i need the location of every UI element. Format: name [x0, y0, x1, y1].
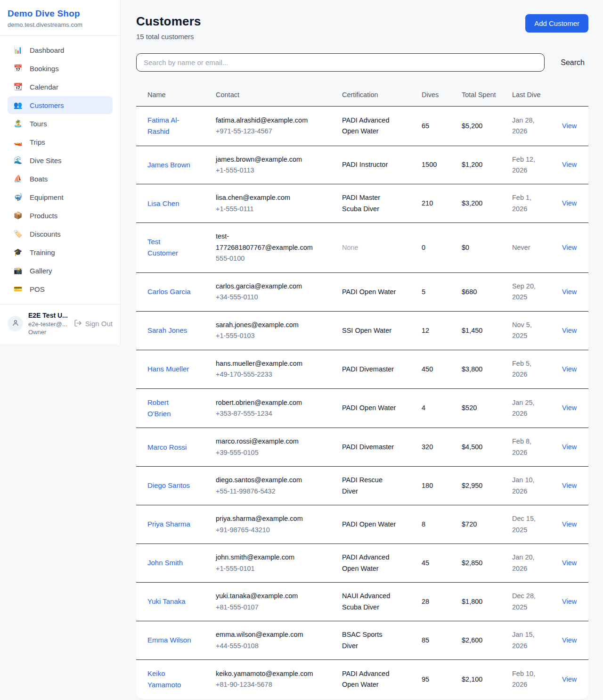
customer-total-spent: $720 — [462, 520, 477, 528]
view-link[interactable]: View — [562, 675, 577, 683]
view-link[interactable]: View — [562, 327, 577, 334]
view-link[interactable]: View — [562, 288, 577, 296]
customer-total-spent: $2,600 — [462, 636, 482, 644]
customer-phone: +49-170-555-2233 — [216, 369, 331, 380]
sidebar-item-boats[interactable]: ⛵ Boats — [8, 170, 113, 188]
customer-name-link[interactable]: Priya Sharma — [147, 519, 190, 530]
customer-email: robert.obrien@example.com — [216, 397, 318, 408]
table-row: Priya Sharma priya.sharma@example.com +9… — [136, 505, 588, 544]
view-link[interactable]: View — [562, 520, 577, 528]
sidebar-item-bookings[interactable]: 📅 Bookings — [8, 59, 113, 77]
sidebar-item-trips[interactable]: 🚤 Trips — [8, 133, 113, 151]
sailboat-icon: ⛵ — [13, 174, 23, 183]
customer-dives: 180 — [422, 482, 433, 489]
customer-last-dive: Jan 10, 2026 — [512, 476, 535, 494]
add-customer-button[interactable]: Add Customer — [525, 14, 588, 33]
customer-certification: PADI Open Water — [342, 403, 399, 413]
sidebar-item-training[interactable]: 🎓 Training — [8, 243, 113, 261]
view-link[interactable]: View — [562, 559, 577, 567]
page-title: Customers — [136, 14, 201, 29]
graduation-cap-icon: 🎓 — [13, 248, 23, 256]
customer-phone: +81-555-0107 — [216, 602, 331, 613]
table-row: Keiko Yamamoto keiko.yamamoto@example.co… — [136, 660, 588, 699]
customer-certification: PADI Advanced Open Water — [342, 115, 399, 137]
customer-name-link[interactable]: John Smith — [147, 557, 183, 568]
customer-total-spent: $2,850 — [462, 559, 482, 567]
page-header: Customers 15 total customers Add Custome… — [136, 14, 588, 41]
customer-certification: NAUI Advanced Scuba Diver — [342, 591, 399, 613]
sidebar-item-customers[interactable]: 👥 Customers — [8, 96, 113, 114]
sign-out-button[interactable]: Sign Out — [74, 319, 113, 329]
customer-email: keiko.yamamoto@example.com — [216, 668, 318, 679]
search-button[interactable]: Search — [557, 57, 588, 69]
customer-name-link[interactable]: Fatima Al-Rashid — [147, 115, 192, 137]
view-link[interactable]: View — [562, 365, 577, 373]
customer-name-link[interactable]: Emma Wilson — [147, 634, 191, 646]
view-link[interactable]: View — [562, 636, 577, 644]
view-link[interactable]: View — [562, 199, 577, 207]
customer-email: marco.rossi@example.com — [216, 436, 318, 447]
table-row: Sarah Jones sarah.jones@example.com +1-5… — [136, 311, 588, 350]
view-link[interactable]: View — [562, 122, 577, 130]
customer-name-link[interactable]: Sarah Jones — [147, 325, 187, 336]
customer-total-spent: $1,800 — [462, 598, 482, 605]
col-header-total-spent: Total Spent — [456, 84, 506, 107]
customer-name-link[interactable]: Lisa Chen — [147, 198, 179, 209]
person-icon — [11, 319, 20, 329]
customer-total-spent: $5,200 — [462, 122, 482, 130]
sidebar-item-products[interactable]: 📦 Products — [8, 206, 113, 224]
sidebar-nav: 📊 Dashboard 📅 Bookings 📆 Calendar 👥 Cust… — [0, 36, 120, 304]
customer-certification: PADI Advanced Open Water — [342, 552, 399, 574]
customer-phone: +1-555-0113 — [216, 165, 331, 176]
sidebar-item-dashboard[interactable]: 📊 Dashboard — [8, 41, 113, 59]
search-row: Search — [136, 53, 588, 72]
customer-email: hans.mueller@example.com — [216, 358, 318, 369]
customer-certification: PADI Divemaster — [342, 364, 399, 375]
tear-off-calendar-icon: 📆 — [13, 82, 23, 91]
col-header-name: Name — [136, 84, 210, 107]
sidebar-item-equipment[interactable]: 🤿 Equipment — [8, 188, 113, 206]
diving-mask-icon: 🤿 — [13, 193, 23, 201]
search-input[interactable] — [136, 53, 545, 72]
col-header-actions — [548, 84, 588, 107]
view-link[interactable]: View — [562, 244, 577, 251]
customer-phone: +1-555-0101 — [216, 563, 331, 574]
sidebar-item-dive-sites[interactable]: 🌊 Dive Sites — [8, 151, 113, 169]
customer-name-link[interactable]: Hans Mueller — [147, 363, 189, 375]
view-link[interactable]: View — [562, 443, 577, 451]
customer-email: diego.santos@example.com — [216, 475, 318, 486]
customer-name-link[interactable]: Robert O'Brien — [147, 397, 192, 420]
tag-icon: 🏷️ — [13, 230, 23, 238]
customer-name-link[interactable]: Marco Rossi — [147, 442, 187, 453]
view-link[interactable]: View — [562, 482, 577, 489]
customer-total-spent: $1,450 — [462, 327, 482, 334]
customer-name-link[interactable]: James Brown — [147, 159, 190, 171]
customer-certification: None — [342, 242, 399, 253]
customer-dives: 210 — [422, 199, 433, 207]
customer-name-link[interactable]: Diego Santos — [147, 480, 190, 491]
sidebar-item-tours[interactable]: 🏝️ Tours — [8, 115, 113, 132]
table-row: Yuki Tanaka yuki.tanaka@example.com +81-… — [136, 583, 588, 621]
people-icon: 👥 — [13, 101, 23, 109]
view-link[interactable]: View — [562, 598, 577, 605]
user-meta: E2E Test U... e2e-tester@... Owner — [28, 311, 68, 337]
wave-icon: 🌊 — [13, 156, 23, 165]
sidebar-item-calendar[interactable]: 📆 Calendar — [8, 78, 113, 96]
calendar-icon: 📅 — [13, 64, 23, 73]
customer-name-link[interactable]: Test Customer — [147, 236, 192, 259]
table-row: Lisa Chen lisa.chen@example.com +1-555-0… — [136, 184, 588, 223]
customer-total-spent: $1,200 — [462, 161, 482, 168]
customer-name-link[interactable]: Keiko Yamamoto — [147, 668, 192, 691]
view-link[interactable]: View — [562, 404, 577, 412]
sidebar-item-discounts[interactable]: 🏷️ Discounts — [8, 225, 113, 243]
sidebar-item-gallery[interactable]: 📸 Gallery — [8, 262, 113, 280]
sidebar-item-pos[interactable]: 💳 POS — [8, 280, 113, 298]
view-link[interactable]: View — [562, 161, 577, 168]
customer-last-dive: Nov 5, 2025 — [512, 321, 532, 339]
table-row: Hans Mueller hans.mueller@example.com +4… — [136, 350, 588, 388]
customer-dives: 0 — [422, 244, 425, 251]
customer-name-link[interactable]: Carlos Garcia — [147, 286, 191, 297]
customer-name-link[interactable]: Yuki Tanaka — [147, 596, 186, 607]
customer-last-dive: Jan 25, 2026 — [512, 399, 535, 417]
customer-last-dive: Never — [512, 244, 530, 251]
